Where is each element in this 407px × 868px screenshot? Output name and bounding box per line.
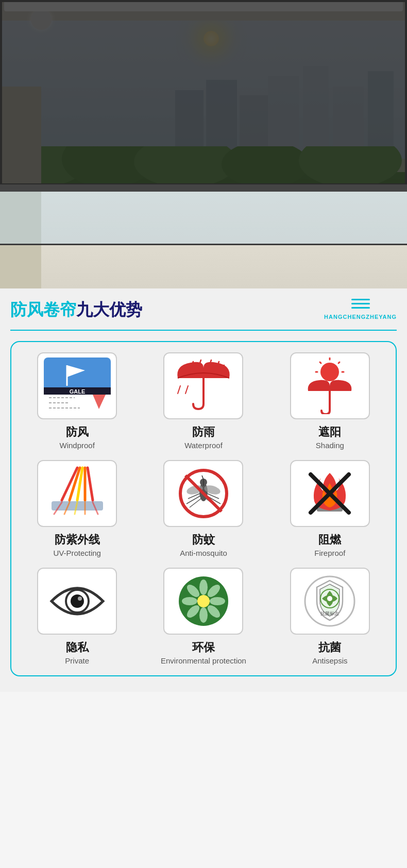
mosquito-icon: [175, 465, 232, 522]
fireproof-en: Fireproof: [314, 549, 345, 557]
brand-name: HANGCHENGZHEYANG: [324, 314, 397, 320]
waterproof-icon: [175, 358, 232, 414]
feature-shading: 遮阳 Shading: [269, 352, 391, 450]
svg-text:抗菌标志: 抗菌标志: [320, 611, 339, 616]
windproof-icon-box: GALE: [37, 352, 117, 419]
waterproof-icon-box: [163, 352, 243, 419]
svg-point-71: [327, 596, 332, 601]
fireproof-labels: 阻燃 Fireproof: [314, 532, 345, 557]
brand-block: HANGCHENGZHEYANG: [324, 299, 397, 321]
private-cn: 隐私: [65, 640, 89, 655]
feature-antisepsis: 抗菌标志 抗菌 Antisepsis: [269, 568, 391, 665]
env-cn: 环保: [161, 640, 246, 655]
uv-labels: 防紫外线 UV-Protecting: [53, 532, 101, 557]
waterproof-cn: 防雨: [184, 424, 223, 440]
title-underline: [10, 330, 397, 331]
hero-image: [0, 0, 407, 288]
title-light-part: 防风卷帘: [10, 300, 76, 319]
windproof-icon: GALE: [44, 358, 111, 414]
private-labels: 隐私 Private: [65, 640, 89, 665]
mosquito-icon-box: [163, 460, 243, 527]
svg-line-32: [88, 468, 93, 500]
windproof-cn: 防风: [59, 424, 94, 440]
feature-waterproof: 防雨 Waterproof: [143, 352, 264, 450]
private-icon: [46, 573, 108, 629]
title-dark-part: 九大优势: [76, 300, 142, 319]
svg-line-18: [185, 386, 188, 394]
env-icon-box: [163, 568, 243, 635]
shading-icon-box: [290, 352, 370, 419]
uv-icon: [46, 465, 108, 522]
svg-point-60: [199, 580, 208, 595]
antisepsis-icon: 抗菌标志: [301, 573, 358, 629]
env-icon: [175, 573, 232, 629]
svg-rect-0: [44, 358, 111, 391]
shading-en: Shading: [316, 441, 344, 450]
uv-icon-box: [37, 460, 117, 527]
fireproof-cn: 阻燃: [314, 532, 345, 548]
uv-cn: 防紫外线: [53, 532, 101, 548]
env-labels: 环保 Environmental protection: [161, 640, 246, 665]
menu-line-1: [351, 299, 370, 300]
mosquito-labels: 防蚊 Anti-mosquito: [180, 532, 227, 557]
antisepsis-cn: 抗菌: [312, 640, 347, 655]
antisepsis-en: Antisepsis: [312, 656, 347, 665]
svg-point-19: [320, 363, 339, 381]
feature-windproof: GALE 防风 Windproof: [16, 352, 138, 450]
feature-uv: 防紫外线 UV-Protecting: [16, 460, 138, 557]
svg-point-68: [197, 595, 210, 607]
waterproof-en: Waterproof: [184, 441, 223, 450]
svg-line-44: [188, 493, 200, 499]
svg-text:GALE: GALE: [69, 388, 85, 395]
svg-line-21: [338, 362, 340, 363]
content-section: 防风卷帘九大优势 HANGCHENGZHEYANG: [0, 288, 407, 692]
uv-en: UV-Protecting: [53, 549, 101, 557]
private-en: Private: [65, 656, 89, 665]
env-en: Environmental protection: [161, 656, 246, 665]
shading-cn: 遮阳: [316, 424, 344, 440]
svg-line-46: [190, 499, 201, 507]
svg-point-63: [210, 597, 225, 605]
menu-line-2: [351, 303, 370, 304]
features-grid: GALE 防风 Windproof: [16, 352, 391, 665]
title-row: 防风卷帘九大优势 HANGCHENGZHEYANG: [10, 299, 397, 321]
antisepsis-icon-box: 抗菌标志: [290, 568, 370, 635]
menu-line-3: [351, 307, 370, 309]
antisepsis-labels: 抗菌 Antisepsis: [312, 640, 347, 665]
svg-line-17: [178, 386, 180, 394]
fireproof-icon-box: [290, 460, 370, 527]
features-container: GALE 防风 Windproof: [10, 341, 397, 676]
main-title: 防风卷帘九大优势: [10, 299, 142, 321]
feature-env: 环保 Environmental protection: [143, 568, 264, 665]
mosquito-cn: 防蚊: [180, 532, 227, 548]
svg-point-56: [71, 594, 84, 608]
svg-line-24: [320, 362, 321, 363]
private-icon-box: [37, 568, 117, 635]
feature-fireproof: 阻燃 Fireproof: [269, 460, 391, 557]
shading-icon: [301, 358, 358, 414]
fireproof-icon: [301, 465, 358, 522]
svg-point-61: [199, 607, 208, 623]
svg-point-57: [78, 597, 82, 601]
windproof-labels: 防风 Windproof: [59, 424, 94, 450]
feature-private: 隐私 Private: [16, 568, 138, 665]
shading-labels: 遮阳 Shading: [316, 424, 344, 450]
windproof-en: Windproof: [59, 441, 94, 450]
svg-point-62: [182, 597, 197, 605]
waterproof-labels: 防雨 Waterproof: [184, 424, 223, 450]
svg-line-45: [186, 496, 200, 504]
feature-mosquito: 防蚊 Anti-mosquito: [143, 460, 264, 557]
menu-icon: [324, 299, 397, 309]
mosquito-en: Anti-mosquito: [180, 549, 227, 557]
